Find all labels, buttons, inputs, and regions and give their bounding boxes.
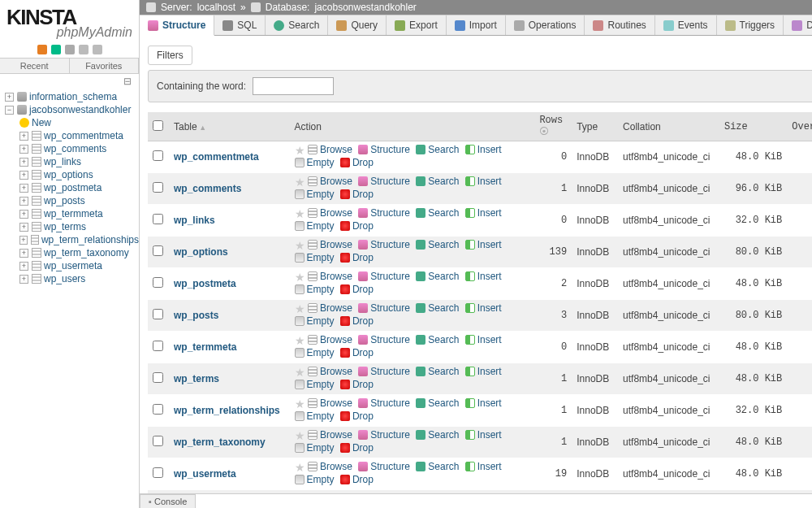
database-link[interactable]: jacobsonwestandkohler bbox=[314, 2, 416, 13]
browse-action[interactable]: Browse bbox=[308, 334, 352, 345]
toggle-icon[interactable]: + bbox=[19, 210, 28, 219]
browse-action[interactable]: Browse bbox=[308, 397, 352, 409]
home-icon[interactable] bbox=[37, 45, 47, 54]
browse-action[interactable]: Browse bbox=[308, 366, 352, 377]
reload-icon[interactable] bbox=[93, 45, 102, 54]
table-label[interactable]: wp_usermeta bbox=[44, 260, 102, 271]
search-action[interactable]: Search bbox=[416, 302, 459, 314]
table-name[interactable]: wp_postmeta bbox=[174, 278, 236, 289]
col-size[interactable]: Size bbox=[719, 112, 787, 141]
table-name[interactable]: wp_terms bbox=[174, 373, 219, 384]
search-action[interactable]: Search bbox=[416, 397, 459, 409]
empty-action[interactable]: Empty bbox=[295, 474, 335, 485]
toggle-icon[interactable]: + bbox=[19, 262, 28, 271]
logout-icon[interactable] bbox=[51, 45, 61, 54]
favorite-star-icon[interactable]: ★ bbox=[295, 302, 305, 315]
toggle-icon[interactable]: − bbox=[5, 106, 14, 115]
table-node[interactable]: +wp_comments bbox=[3, 142, 139, 155]
table-node[interactable]: +wp_users bbox=[3, 272, 139, 285]
row-checkbox[interactable] bbox=[153, 277, 163, 288]
drop-action[interactable]: Drop bbox=[340, 347, 374, 358]
structure-action[interactable]: Structure bbox=[358, 366, 410, 377]
structure-action[interactable]: Structure bbox=[358, 144, 410, 155]
search-action[interactable]: Search bbox=[416, 176, 459, 187]
empty-action[interactable]: Empty bbox=[295, 315, 335, 327]
toggle-icon[interactable]: + bbox=[19, 171, 28, 180]
col-type[interactable]: Type bbox=[572, 112, 618, 141]
table-node[interactable]: +wp_term_taxonomy bbox=[3, 246, 139, 259]
table-label[interactable]: wp_term_taxonomy bbox=[44, 247, 129, 258]
tab-routines[interactable]: Routines bbox=[585, 15, 654, 35]
empty-action[interactable]: Empty bbox=[295, 284, 335, 295]
structure-action[interactable]: Structure bbox=[358, 461, 410, 472]
favorite-star-icon[interactable]: ★ bbox=[295, 239, 305, 252]
toggle-icon[interactable]: + bbox=[19, 236, 28, 245]
col-rows[interactable]: Rows ⦿ bbox=[534, 112, 572, 141]
toggle-icon[interactable]: + bbox=[19, 158, 28, 167]
col-collation[interactable]: Collation bbox=[618, 112, 719, 141]
browse-action[interactable]: Browse bbox=[308, 144, 352, 155]
favorite-star-icon[interactable]: ★ bbox=[295, 429, 305, 442]
tab-query[interactable]: Query bbox=[328, 15, 387, 35]
structure-action[interactable]: Structure bbox=[358, 334, 410, 345]
search-action[interactable]: Search bbox=[416, 366, 459, 377]
favorite-star-icon[interactable]: ★ bbox=[295, 176, 305, 189]
tab-import[interactable]: Import bbox=[447, 15, 506, 35]
toggle-icon[interactable]: + bbox=[19, 184, 28, 193]
empty-action[interactable]: Empty bbox=[295, 252, 335, 263]
insert-action[interactable]: Insert bbox=[465, 397, 502, 409]
insert-action[interactable]: Insert bbox=[465, 239, 502, 250]
structure-action[interactable]: Structure bbox=[358, 397, 410, 409]
table-node[interactable]: +wp_termmeta bbox=[3, 207, 139, 220]
containing-input[interactable] bbox=[253, 77, 334, 95]
search-action[interactable]: Search bbox=[416, 239, 459, 250]
tab-sql[interactable]: SQL bbox=[214, 15, 266, 35]
empty-action[interactable]: Empty bbox=[295, 189, 335, 200]
tab-favorites[interactable]: Favorites bbox=[70, 59, 140, 73]
browse-action[interactable]: Browse bbox=[308, 429, 352, 441]
empty-action[interactable]: Empty bbox=[295, 410, 335, 422]
empty-action[interactable]: Empty bbox=[295, 220, 335, 232]
structure-action[interactable]: Structure bbox=[358, 271, 410, 282]
table-name[interactable]: wp_links bbox=[174, 215, 215, 226]
col-table[interactable]: Table bbox=[169, 112, 290, 141]
row-checkbox[interactable] bbox=[153, 214, 163, 224]
drop-action[interactable]: Drop bbox=[340, 189, 374, 200]
structure-action[interactable]: Structure bbox=[358, 176, 410, 187]
new-table-node[interactable]: New bbox=[3, 116, 139, 129]
toggle-icon[interactable]: + bbox=[19, 275, 28, 284]
table-label[interactable]: wp_options bbox=[44, 169, 93, 180]
row-checkbox[interactable] bbox=[153, 372, 163, 383]
new-label[interactable]: New bbox=[32, 117, 51, 128]
browse-action[interactable]: Browse bbox=[308, 239, 352, 250]
tab-export[interactable]: Export bbox=[387, 15, 447, 35]
insert-action[interactable]: Insert bbox=[465, 271, 502, 282]
tab-recent[interactable]: Recent bbox=[0, 59, 70, 73]
db-node[interactable]: +information_schema bbox=[3, 90, 139, 103]
drop-action[interactable]: Drop bbox=[340, 157, 374, 168]
table-label[interactable]: wp_posts bbox=[44, 195, 85, 206]
insert-action[interactable]: Insert bbox=[465, 302, 502, 314]
toggle-icon[interactable]: + bbox=[19, 145, 28, 154]
table-label[interactable]: wp_termmeta bbox=[44, 208, 103, 219]
toggle-icon[interactable]: + bbox=[19, 223, 28, 232]
table-label[interactable]: wp_postmeta bbox=[44, 182, 102, 193]
empty-action[interactable]: Empty bbox=[295, 347, 335, 358]
insert-action[interactable]: Insert bbox=[465, 461, 502, 472]
toggle-icon[interactable]: + bbox=[19, 132, 28, 141]
drop-action[interactable]: Drop bbox=[340, 315, 374, 327]
drop-action[interactable]: Drop bbox=[340, 379, 374, 390]
tab-operations[interactable]: Operations bbox=[506, 15, 585, 35]
db-label[interactable]: jacobsonwestandkohler bbox=[29, 104, 131, 115]
table-name[interactable]: wp_comments bbox=[174, 183, 241, 194]
search-action[interactable]: Search bbox=[416, 207, 459, 219]
table-label[interactable]: wp_users bbox=[44, 273, 85, 284]
table-node[interactable]: +wp_terms bbox=[3, 220, 139, 233]
drop-action[interactable]: Drop bbox=[340, 442, 374, 454]
table-node[interactable]: +wp_commentmeta bbox=[3, 129, 139, 142]
collapse-handle[interactable]: ⊟ bbox=[0, 74, 139, 89]
tab-search[interactable]: Search bbox=[266, 15, 328, 35]
favorite-star-icon[interactable]: ★ bbox=[295, 144, 305, 157]
tab-structure[interactable]: Structure bbox=[140, 15, 214, 36]
search-action[interactable]: Search bbox=[416, 429, 459, 441]
